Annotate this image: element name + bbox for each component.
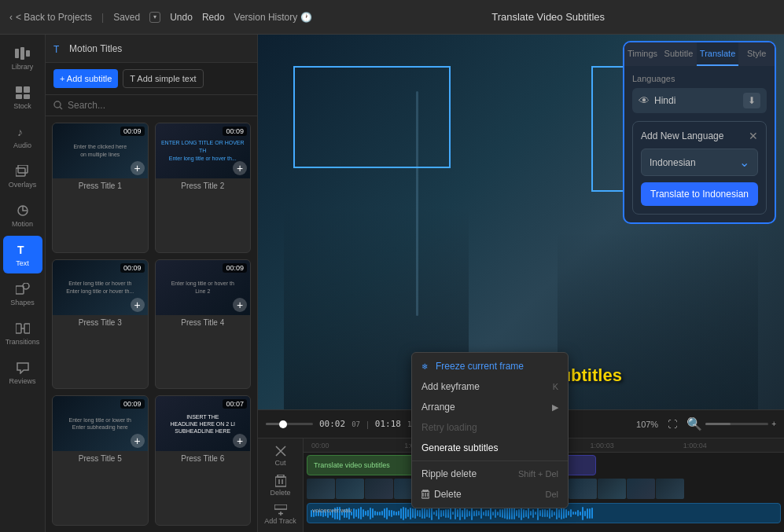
progress-scrubber[interactable]: [266, 423, 313, 425]
title-card[interactable]: Enter long title or hover thLine 2 00:09…: [155, 259, 252, 390]
card-add-button[interactable]: +: [233, 298, 247, 312]
sidebar-item-label: Library: [12, 63, 34, 71]
wave-bar: [483, 512, 484, 515]
time-mark: 00:00: [311, 442, 404, 449]
wave-bar: [554, 512, 555, 515]
wave-bar: [414, 508, 416, 519]
translate-button[interactable]: Translate to Indonesian: [641, 182, 758, 206]
context-menu-ripple-delete[interactable]: Ripple delete Shift + Del: [412, 464, 568, 484]
card-add-button[interactable]: +: [131, 161, 145, 175]
delete-icon: [275, 475, 286, 487]
close-add-language-button[interactable]: ✕: [749, 130, 758, 142]
divider: |: [101, 12, 104, 23]
sidebar-item-overlays[interactable]: Overlays: [3, 157, 42, 195]
card-add-button[interactable]: +: [131, 434, 145, 448]
wave-bar: [386, 508, 388, 519]
card-timer: 00:07: [223, 399, 247, 409]
tab-subtitle[interactable]: Subtitle: [661, 42, 697, 66]
eye-icon[interactable]: 👁: [639, 94, 650, 107]
title-card[interactable]: ENTER LONG TITLE OR HOVER THEnter long t…: [155, 123, 252, 253]
wave-bar: [419, 510, 421, 517]
sidebar-item-stock[interactable]: Stock: [3, 79, 42, 116]
wave-bar: [450, 507, 451, 519]
zoom-control[interactable]: 🔍 +: [686, 416, 776, 431]
wave-bar: [400, 508, 402, 519]
wave-bar: [580, 512, 581, 515]
sidebar-item-text[interactable]: T Text: [3, 236, 42, 273]
download-language-button[interactable]: ⬇: [743, 93, 760, 108]
tab-timings[interactable]: Timings: [624, 42, 661, 66]
wave-bar: [509, 507, 510, 519]
title-card[interactable]: Enter long title or hover thEnter long t…: [52, 259, 149, 390]
language-dropdown[interactable]: Indonesian ⌄: [641, 149, 758, 176]
selected-language: Indonesian: [650, 157, 696, 168]
card-preview: Enter long title or hover thLine 2 00:09…: [156, 260, 251, 315]
time-mark: 1:00:03: [591, 442, 683, 449]
thumbnail: [336, 479, 364, 499]
sidebar-item-label: Transitions: [6, 338, 40, 346]
add-track-tool[interactable]: Add Track: [261, 501, 300, 529]
context-menu-add-keyframe[interactable]: Add keyframe K: [412, 376, 568, 397]
sidebar-item-label: Motion: [12, 220, 33, 228]
context-menu-generate-subtitles[interactable]: Generate subtitles: [412, 438, 568, 458]
add-simple-text-button[interactable]: T Add simple text: [123, 69, 203, 88]
card-add-button[interactable]: +: [233, 161, 247, 175]
add-subtitle-button[interactable]: + Add subtitle: [53, 69, 118, 88]
sidebar-item-audio[interactable]: ♪ Audio: [3, 118, 42, 156]
saved-dropdown[interactable]: ▾: [149, 12, 160, 23]
title-card[interactable]: Enter long title or lower thEnter subhea…: [52, 395, 149, 526]
motion-titles-icon: T: [53, 43, 64, 54]
wave-bar: [396, 512, 397, 515]
sidebar-item-shapes[interactable]: Shapes: [3, 275, 42, 313]
wave-bar: [421, 508, 423, 519]
wave-bar: [353, 508, 355, 519]
card-add-button[interactable]: +: [131, 298, 145, 312]
wave-bar: [537, 507, 539, 520]
wave-bar: [391, 510, 392, 517]
wave-bar: [584, 511, 586, 516]
title-card[interactable]: Enter the clicked hereon multiple lines …: [52, 123, 149, 253]
card-preview: Enter long title or lower thEnter subhea…: [53, 396, 148, 451]
sidebar-item-motion[interactable]: Motion: [3, 196, 42, 234]
wave-bar: [370, 508, 371, 519]
tab-style[interactable]: Style: [738, 42, 775, 66]
wave-bar: [431, 507, 432, 520]
context-menu-delete[interactable]: Delete Del: [412, 484, 568, 504]
stock-icon: [14, 86, 31, 100]
wave-bar: [570, 509, 572, 517]
card-text: Enter long title or hover thLine 2: [168, 277, 237, 299]
motion-icon: [14, 204, 31, 218]
wave-bar: [539, 510, 541, 516]
sidebar-item-label: Text: [16, 259, 29, 267]
card-preview: Enter long title or hover thEnter long t…: [53, 260, 148, 315]
panel-actions: + Add subtitle T Add simple text: [46, 63, 257, 95]
cut-tool[interactable]: Cut: [261, 442, 300, 470]
transitions-icon: [14, 321, 31, 336]
version-history-button[interactable]: Version History 🕐: [234, 12, 313, 23]
sidebar-item-transitions[interactable]: Transitions: [3, 314, 42, 352]
tab-translate[interactable]: Translate: [697, 42, 738, 66]
wave-bar: [504, 508, 506, 519]
wave-bar: [488, 510, 489, 516]
svg-rect-14: [16, 324, 21, 333]
context-menu-retry: Retry loading: [412, 417, 568, 438]
card-timer: 00:09: [223, 127, 247, 136]
right-panel-tabs: Timings Subtitle Translate Style: [624, 42, 775, 66]
sidebar-item-reviews[interactable]: Reviews: [3, 354, 42, 391]
back-to-projects-button[interactable]: ‹ < Back to Projects: [9, 12, 92, 23]
context-menu-freeze[interactable]: ❄ Freeze current frame: [412, 356, 568, 376]
cut-icon: [274, 445, 287, 457]
card-timer: 00:09: [120, 399, 145, 409]
context-menu-arrange[interactable]: Arrange ▶: [412, 397, 568, 417]
fullscreen-button[interactable]: ⛶: [664, 417, 680, 431]
svg-rect-6: [24, 94, 30, 99]
search-input[interactable]: [68, 100, 249, 111]
title-card[interactable]: INSERT THEHEADLINE HERE ON 2 LISUBHEADLI…: [155, 395, 252, 526]
sidebar-item-library[interactable]: Library: [3, 39, 42, 77]
delete-tool[interactable]: Delete: [261, 471, 300, 500]
undo-button[interactable]: Undo: [170, 12, 193, 23]
redo-button[interactable]: Redo: [202, 12, 225, 23]
zoom-slider[interactable]: [705, 423, 768, 425]
card-add-button[interactable]: +: [233, 434, 247, 448]
page-title: Translate Video Subtitles: [322, 11, 775, 23]
